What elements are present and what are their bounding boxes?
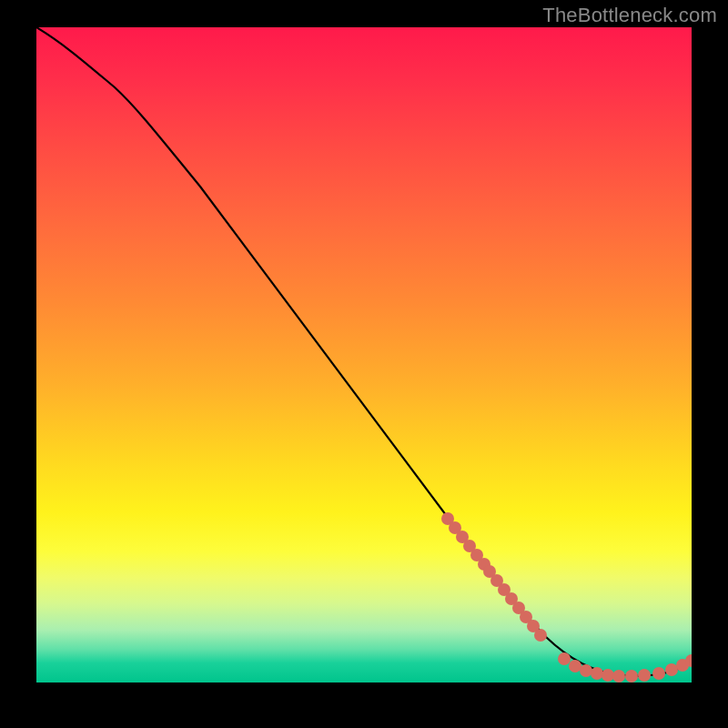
svg-point-21 [638, 669, 651, 682]
svg-point-22 [652, 667, 665, 680]
marker-cluster-bottom [558, 652, 692, 682]
watermark-text: TheBottleneck.com [542, 4, 717, 27]
curve-svg [36, 27, 692, 682]
svg-point-18 [602, 669, 614, 682]
svg-point-23 [665, 663, 678, 676]
svg-point-17 [591, 667, 603, 680]
svg-point-14 [558, 652, 571, 665]
marker-cluster-slope [441, 512, 547, 642]
svg-point-15 [569, 660, 581, 672]
svg-point-20 [625, 670, 638, 682]
svg-point-13 [534, 629, 547, 642]
plot-area [36, 27, 692, 682]
svg-point-19 [612, 670, 625, 682]
chart-frame: TheBottleneck.com [0, 0, 728, 728]
bottleneck-curve [36, 27, 692, 676]
svg-point-16 [580, 664, 592, 677]
